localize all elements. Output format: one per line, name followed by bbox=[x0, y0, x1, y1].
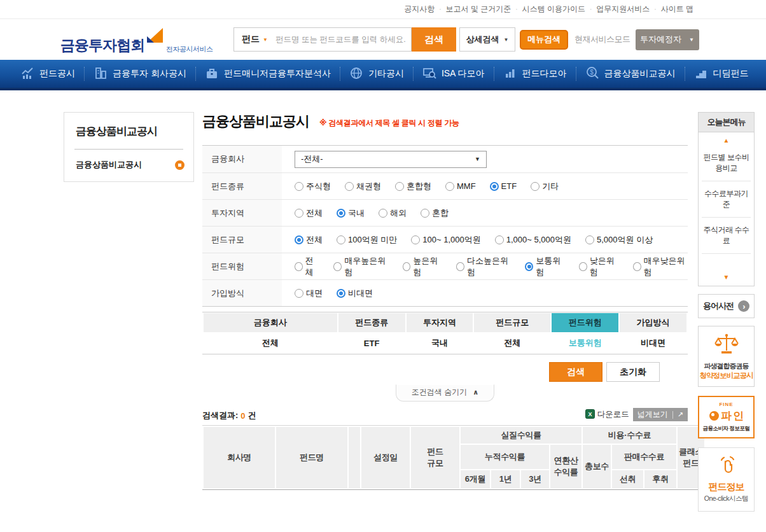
radio-option[interactable]: 기타 bbox=[531, 181, 559, 192]
topbar-link-notice[interactable]: 공지사항 bbox=[404, 4, 435, 15]
radio-option-selected[interactable]: 전체 bbox=[295, 234, 323, 246]
arrow-right-icon: › bbox=[738, 300, 749, 312]
nav-item-didim-fund[interactable]: 디딤펀드 bbox=[685, 60, 758, 88]
radio-label: 낮은위험 bbox=[590, 255, 619, 278]
column-header-back-fee[interactable]: 후취 bbox=[644, 470, 676, 488]
search-button[interactable]: 검색 bbox=[412, 27, 456, 52]
today-menu-item[interactable]: 수수료부과기준 bbox=[702, 181, 751, 218]
sidebar-item-product-comparison[interactable]: 금융상품비교공시 bbox=[64, 150, 193, 181]
filter-label: 펀드위험 bbox=[202, 253, 282, 279]
column-header-real-return[interactable]: 실질수익률 bbox=[461, 427, 581, 444]
radio-option-selected[interactable]: 보통위험 bbox=[525, 255, 565, 278]
topbar-link-support-service[interactable]: 업무지원서비스 bbox=[596, 4, 650, 15]
nav-item-product-comparison[interactable]: $ 금융상품비교공시 bbox=[576, 60, 685, 88]
radio-icon bbox=[337, 289, 345, 298]
summary-value-row: 전체 ETF 국내 전체 보통위험 비대면 bbox=[204, 333, 686, 353]
column-header-cost-fee[interactable]: 비용·수수료 bbox=[583, 427, 676, 444]
radio-option[interactable]: 주식형 bbox=[295, 181, 331, 192]
radio-option[interactable]: 1,000~ 5,000억원 bbox=[495, 234, 571, 246]
derivatives-banner[interactable]: 파생결합증권등 청약정보비교공시 bbox=[698, 326, 755, 387]
wide-view-button[interactable]: 넓게보기 ↗ bbox=[633, 408, 688, 421]
menu-search-button[interactable]: 메뉴검색 bbox=[520, 30, 568, 50]
search-category-dropdown[interactable]: 펀드 ▼ bbox=[234, 34, 270, 45]
radio-option[interactable]: 혼합형 bbox=[395, 181, 431, 192]
topbar-link-report-basis[interactable]: 보고서 및 근거기준 bbox=[446, 4, 512, 15]
radio-label: 전체 bbox=[306, 234, 323, 246]
radio-icon bbox=[295, 209, 303, 218]
nav-item-label: 펀드매니저금융투자분석사 bbox=[224, 68, 331, 80]
wide-view-label: 넓게보기 bbox=[637, 409, 668, 420]
excel-download-link[interactable]: X 다운로드 bbox=[585, 409, 629, 421]
expand-arrow-icon: ↗ bbox=[678, 410, 683, 419]
column-header-total-fee[interactable]: 총보수 bbox=[583, 445, 611, 488]
column-header-cum-return[interactable]: 누적수익률 bbox=[461, 445, 549, 469]
nav-item-company-disclosure[interactable]: 금융투자 회사공시 bbox=[85, 60, 195, 88]
radio-label: 1,000~ 5,000억원 bbox=[506, 234, 571, 246]
column-header-front-fee[interactable]: 선취 bbox=[612, 470, 643, 488]
radio-option[interactable]: 전체 bbox=[295, 255, 319, 278]
nav-item-isa-damoa[interactable]: ISA 다모아 bbox=[414, 60, 494, 88]
radio-option-selected[interactable]: 비대면 bbox=[337, 288, 373, 299]
column-header-1year[interactable]: 1년 bbox=[491, 470, 520, 488]
nav-item-fund-manager-analyst[interactable]: 펀드매니저금융투자분석사 bbox=[196, 60, 340, 88]
summary-value: ETF bbox=[338, 333, 405, 353]
radio-option[interactable]: 채권형 bbox=[345, 181, 381, 192]
column-header-fund-size[interactable]: 펀드 규모 bbox=[411, 427, 459, 488]
nav-item-fund-damoa[interactable]: 펀드다모아 bbox=[494, 60, 576, 88]
advanced-search-button[interactable]: 상세검색 ▼ bbox=[459, 27, 515, 52]
kofia-logo[interactable]: 금융투자협회 전자공시서비스 bbox=[60, 27, 213, 55]
service-mode-dropdown[interactable]: 투자예정자 ▼ bbox=[636, 29, 699, 50]
radio-label: 높은위험 bbox=[413, 255, 442, 278]
glossary-label: 용어사전 bbox=[703, 300, 734, 312]
today-menu-item[interactable]: 펀드별 보수비용비교 bbox=[702, 145, 751, 181]
radio-label: 주식형 bbox=[306, 181, 331, 192]
steps-icon bbox=[694, 66, 708, 82]
filter-search-button[interactable]: 검색 bbox=[549, 362, 602, 382]
right-panel: 오늘본메뉴 ▲ 펀드별 보수비용비교 수수료부과기준 주식거래 수수료 ▼ 용어… bbox=[698, 112, 755, 512]
radio-option[interactable]: 높은위험 bbox=[403, 255, 443, 278]
radio-option[interactable]: 100~ 1,000억원 bbox=[411, 234, 480, 246]
scroll-down-icon[interactable]: ▼ bbox=[723, 273, 730, 282]
nav-item-fund-disclosure[interactable]: 펀드공시 bbox=[11, 60, 84, 88]
radio-option-selected[interactable]: ETF bbox=[490, 181, 517, 191]
fund-info-oneclick-banner[interactable]: 펀드정보 One-click시스템 bbox=[698, 447, 755, 512]
column-header-sales-fee[interactable]: 판매수수료 bbox=[612, 445, 676, 469]
company-select[interactable]: -전체- ▼ bbox=[295, 151, 487, 168]
radio-option[interactable]: 혼합 bbox=[421, 207, 449, 219]
service-mode-label: 현재서비스모드 bbox=[574, 34, 630, 45]
column-header-fund-name[interactable]: 펀드명 bbox=[276, 427, 347, 488]
radio-option[interactable]: 대면 bbox=[295, 288, 323, 299]
glossary-link[interactable]: 용어사전 › bbox=[698, 294, 755, 318]
svg-text:X: X bbox=[588, 411, 592, 417]
radio-option[interactable]: 낮은위험 bbox=[579, 255, 619, 278]
nav-item-other-disclosure[interactable]: 기타공시 bbox=[340, 60, 413, 88]
filter-reset-button[interactable]: 초기화 bbox=[606, 362, 660, 382]
filter-row-fund-risk: 펀드위험 전체 매우높은위험 높은위험 다소높은위험 보통위험 낮은위험 매우낮… bbox=[202, 253, 688, 279]
nav-item-all-menu[interactable]: 전체메뉴 bbox=[758, 60, 766, 88]
topbar-link-sitemap[interactable]: 사이트 맵 bbox=[661, 4, 693, 15]
radio-option[interactable]: 5,000억원 이상 bbox=[585, 234, 653, 246]
radio-option-selected[interactable]: 국내 bbox=[337, 207, 365, 219]
radio-option[interactable]: 해외 bbox=[379, 207, 407, 219]
today-menu-item[interactable]: 주식거래 수수료 bbox=[702, 218, 751, 254]
topbar-link-system-guide[interactable]: 시스템 이용가이드 bbox=[522, 4, 585, 15]
radio-option[interactable]: MMF bbox=[445, 181, 476, 191]
radio-option[interactable]: 100억원 미만 bbox=[337, 234, 397, 246]
radio-option[interactable]: 전체 bbox=[295, 207, 323, 219]
fine-portal-banner[interactable]: FINE 파 인 금융소비자 정보포털 bbox=[698, 396, 755, 438]
radio-option[interactable]: 다소높은위험 bbox=[456, 255, 511, 278]
scroll-up-icon[interactable]: ▲ bbox=[723, 136, 730, 145]
column-header-company[interactable]: 회사명 bbox=[204, 427, 275, 488]
column-header-3year[interactable]: 3년 bbox=[521, 470, 549, 488]
radio-icon bbox=[395, 182, 404, 191]
column-header-6month[interactable]: 6개월 bbox=[461, 470, 490, 488]
radio-icon bbox=[445, 182, 454, 191]
radio-option[interactable]: 매우높은위험 bbox=[333, 255, 388, 278]
monitor-search-icon bbox=[422, 66, 436, 82]
hide-filter-toggle[interactable]: 조건검색 숨기기 ∧ bbox=[396, 384, 494, 402]
column-header-set-date[interactable]: 설정일 bbox=[361, 427, 410, 488]
column-header-annualized[interactable]: 연환산 수익률 bbox=[550, 445, 581, 488]
radio-option[interactable]: 매우낮은위험 bbox=[633, 255, 688, 278]
balance-scale-icon bbox=[714, 347, 739, 358]
search-input[interactable] bbox=[270, 35, 411, 44]
